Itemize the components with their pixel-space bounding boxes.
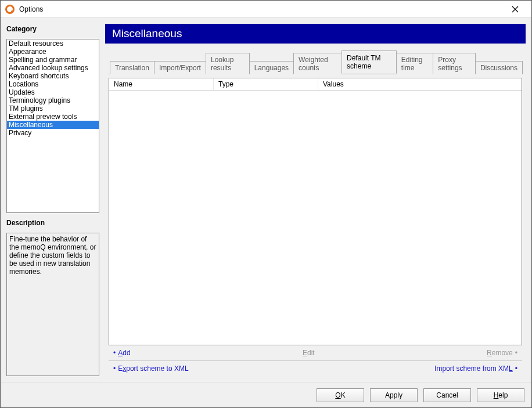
category-item[interactable]: Locations	[7, 80, 99, 88]
grid-header: Name Type Values	[109, 78, 522, 91]
apply-button[interactable]: Apply	[370, 388, 418, 402]
tab[interactable]: Default TM scheme	[342, 50, 397, 74]
close-button[interactable]	[504, 1, 527, 17]
app-icon	[5, 5, 15, 14]
tm-scheme-grid[interactable]: Name Type Values	[109, 78, 522, 345]
category-item[interactable]: Privacy	[7, 129, 99, 137]
bullet-icon: •	[113, 349, 116, 357]
category-item[interactable]: External preview tools	[7, 113, 99, 121]
bullet-icon: •	[515, 364, 517, 373]
page-title: Miscellaneous	[105, 24, 526, 44]
category-item[interactable]: TM plugins	[7, 104, 99, 113]
dialog-footer: OK Apply Cancel Help	[1, 382, 531, 407]
tab-content: Name Type Values • Add Edit Re	[109, 74, 522, 376]
category-label: Category	[6, 24, 99, 34]
tab[interactable]: Translation	[110, 61, 154, 74]
category-item[interactable]: Advanced lookup settings	[7, 64, 99, 72]
add-link[interactable]: Add	[118, 349, 130, 357]
bullet-icon: •	[113, 364, 116, 373]
row-actions: • Add Edit Remove •	[109, 345, 522, 361]
right-panel: Miscellaneous TranslationImport/ExportLo…	[105, 24, 526, 376]
edit-link: Edit	[303, 349, 315, 357]
left-panel: Category Default resourcesAppearanceSpel…	[6, 24, 99, 376]
category-item[interactable]: Miscellaneous	[7, 121, 99, 129]
page-body: TranslationImport/ExportLookup resultsLa…	[105, 44, 526, 376]
remove-link: Remove	[487, 349, 513, 357]
titlebar: Options	[1, 1, 531, 18]
category-item[interactable]: Terminology plugins	[7, 96, 99, 104]
dialog-body: Category Default resourcesAppearanceSpel…	[1, 18, 531, 382]
window-title: Options	[19, 5, 504, 13]
options-window: Options Category Default resourcesAppear…	[0, 0, 532, 408]
tab[interactable]: Lookup results	[206, 53, 250, 74]
ok-button[interactable]: OK	[317, 388, 364, 402]
category-item[interactable]: Appearance	[7, 48, 99, 56]
help-button[interactable]: Help	[477, 388, 524, 402]
tabstrip: TranslationImport/ExportLookup resultsLa…	[109, 50, 522, 74]
category-item[interactable]: Updates	[7, 88, 99, 96]
xml-actions: • Export scheme to XML Import scheme fro…	[109, 361, 522, 376]
grid-body	[109, 91, 522, 345]
description-label: Description	[6, 218, 99, 228]
col-name[interactable]: Name	[109, 78, 214, 90]
tab[interactable]: Weighted counts	[293, 53, 342, 74]
category-item[interactable]: Default resources	[7, 39, 99, 48]
col-values[interactable]: Values	[318, 78, 522, 90]
col-type[interactable]: Type	[214, 78, 318, 90]
category-item[interactable]: Spelling and grammar	[7, 56, 99, 64]
tab[interactable]: Proxy settings	[433, 53, 476, 74]
category-list[interactable]: Default resourcesAppearanceSpelling and …	[6, 39, 99, 213]
cancel-button[interactable]: Cancel	[423, 388, 471, 402]
tab[interactable]: Import/Export	[154, 61, 206, 74]
import-xml-link[interactable]: Import scheme from XML	[434, 364, 513, 373]
tab[interactable]: Languages	[249, 61, 294, 74]
description-box: Fine-tune the behavior of the memoQ envi…	[6, 233, 99, 376]
category-item[interactable]: Keyboard shortcuts	[7, 72, 99, 80]
bullet-icon: •	[515, 349, 517, 357]
tab[interactable]: Editing time	[396, 53, 433, 74]
tab[interactable]: Discussions	[475, 61, 523, 74]
close-icon	[512, 6, 519, 13]
export-xml-link[interactable]: Export scheme to XML	[118, 364, 188, 373]
